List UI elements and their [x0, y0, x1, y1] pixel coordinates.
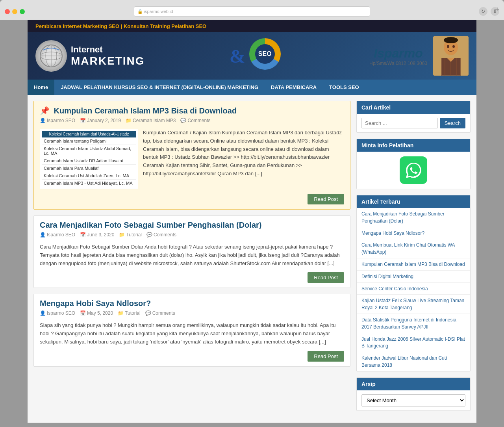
list-item: Data Statistik Pengguna Internet di Indo… — [357, 314, 470, 333]
list-item: Mengapa Hobi Saya Ndlosor? — [357, 227, 470, 239]
whatsapp-icon[interactable] — [400, 156, 427, 184]
recent-post-link[interactable]: Kajian Ustadz Felix Siauw Live Streaming… — [361, 298, 464, 310]
reload-button[interactable]: ↻ — [479, 7, 487, 16]
post-category: 📁 Tutorial — [118, 310, 141, 316]
logo-marketing: Marketing — [71, 55, 145, 67]
post-comments: 💬 Comments — [180, 118, 210, 123]
post-body: Koleksi Ceramah Islam dari Ustadz-Al-Ust… — [34, 129, 350, 194]
post-header: Cara Menjadikan Foto Sebagai Sumber Peng… — [34, 216, 350, 243]
calendar-icon: 📅 — [80, 310, 86, 316]
post-footer: Read Post — [34, 194, 350, 209]
list-item: Cara Menjadikan Foto Sebagai Sumber Peng… — [357, 208, 470, 227]
post-excerpt: Siapa sih yang tidak punya hobi ? Mungki… — [40, 321, 344, 346]
archive-select[interactable]: Select Month June 2020 May 2020 January … — [361, 394, 465, 407]
isparmo-branding: Isparmo Hp/Sms/Wa 0812 108 3060 — [369, 46, 427, 66]
recent-post-link[interactable]: Mengapa Hobi Saya Ndlosor? — [361, 230, 424, 236]
post-footer: Read Post — [34, 272, 350, 288]
list-item: Jual Honda Jazz 2006 Silver Automatic I-… — [357, 333, 470, 353]
read-post-button[interactable]: Read Post — [308, 194, 344, 204]
recent-post-link[interactable]: Definisi Digital Marketing — [361, 274, 413, 279]
post-date: 📅 January 2, 2019 — [80, 118, 121, 123]
svg-point-14 — [452, 45, 455, 48]
list-item: Definisi Digital Marketing — [357, 271, 470, 283]
page-wrapper: Pembicara Internet Marketing SEO | Konsu… — [28, 20, 476, 423]
nav-data-pembicara[interactable]: DATA PEMBICARA — [265, 80, 323, 95]
post-author: 👤 Isparmo SEO — [40, 118, 75, 123]
post-header: 📌 Kumpulan Ceramah Islam MP3 Bisa di Dow… — [34, 101, 350, 129]
post-title[interactable]: Cara Menjadikan Foto Sebagai Sumber Peng… — [40, 221, 344, 230]
search-button[interactable]: Search — [440, 118, 465, 128]
browser-chrome: 🔒 isparmo.web.id ↻ ⬇ + — [0, 0, 504, 20]
archive-widget-title: Arsip — [357, 378, 470, 390]
author-icon: 👤 — [40, 310, 46, 316]
nav-home[interactable]: Home — [28, 80, 54, 95]
maximize-button[interactable] — [20, 9, 25, 14]
whatsapp-widget — [357, 152, 470, 189]
post-card: Mengapa Hobi Saya Ndlosor? 👤 Isparmo SEO… — [33, 294, 350, 366]
add-tab-button[interactable]: + — [495, 6, 499, 14]
content-area: 📌 Kumpulan Ceramah Islam MP3 Bisa di Dow… — [33, 101, 350, 417]
read-post-button[interactable]: Read Post — [308, 351, 344, 362]
post-category: 📁 Tutorial — [119, 232, 142, 238]
post-body: Cara Menjadikan Foto Sebagai Sumber Dola… — [34, 243, 350, 272]
logo-globe — [35, 40, 67, 72]
list-item: Kalender Jadwal Libur Nasional dan Cuti … — [357, 352, 470, 371]
post-excerpt: Kumpulan Ceramah / Kajian Islam Kumpulan… — [143, 129, 344, 189]
isparmo-name: Isparmo — [369, 46, 427, 61]
post-excerpt: Cara Menjadikan Foto Sebagai Sumber Dola… — [40, 243, 344, 267]
post-title[interactable]: 📌 Kumpulan Ceramah Islam MP3 Bisa di Dow… — [40, 106, 344, 115]
thumb-item: Ceramah Islam tentang Poligami — [42, 137, 136, 145]
recent-post-link[interactable]: Cara Membuat Link Kirim Chat Otomatis WA… — [361, 242, 455, 255]
seo-logo: SEO — [249, 38, 285, 74]
post-meta: 👤 Isparmo SEO 📅 January 2, 2019 📁 Cerama… — [40, 118, 344, 123]
post-comments: 💬 Comments — [146, 232, 176, 238]
search-widget-title: Cari Artikel — [357, 101, 470, 114]
minimize-button[interactable] — [12, 9, 17, 14]
post-body: Siapa sih yang tidak punya hobi ? Mungki… — [34, 321, 350, 351]
recent-posts-widget: Artikel Terbaru Cara Menjadikan Foto Seb… — [356, 195, 471, 371]
top-bar: Pembicara Internet Marketing SEO | Konsu… — [28, 20, 476, 32]
main-layout: 📌 Kumpulan Ceramah Islam MP3 Bisa di Dow… — [28, 95, 476, 423]
header-logo: Internet Marketing — [35, 40, 145, 72]
comment-icon: 💬 — [146, 232, 152, 238]
folder-icon: 📁 — [126, 118, 132, 123]
nav-jadwal[interactable]: JADWAL PELATIHAN KURSUS SEO & INTERNET (… — [54, 80, 265, 95]
list-item: Cara Membuat Link Kirim Chat Otomatis WA… — [357, 239, 470, 258]
post-card: 📌 Kumpulan Ceramah Islam MP3 Bisa di Dow… — [33, 101, 350, 210]
comment-icon: 💬 — [180, 118, 186, 123]
post-footer: Read Post — [34, 351, 350, 366]
address-bar[interactable]: 🔒 isparmo.web.id — [134, 6, 370, 17]
list-item: Service Center Casio Indonesia — [357, 283, 470, 295]
read-post-button[interactable]: Read Post — [308, 272, 344, 283]
folder-icon: 📁 — [119, 232, 125, 238]
svg-point-13 — [447, 45, 449, 48]
list-item: Kajian Ustadz Felix Siauw Live Streaming… — [357, 295, 470, 314]
post-header: Mengapa Hobi Saya Ndlosor? 👤 Isparmo SEO… — [34, 294, 350, 321]
top-bar-link[interactable]: Pembicara Internet Marketing SEO | Konsu… — [35, 23, 206, 29]
post-title[interactable]: Mengapa Hobi Saya Ndlosor? — [40, 299, 344, 308]
recent-post-link[interactable]: Jual Honda Jazz 2006 Silver Automatic I-… — [361, 336, 465, 349]
recent-post-link[interactable]: Kumpulan Ceramah Islam MP3 Bisa di Downl… — [361, 262, 465, 267]
recent-post-link[interactable]: Data Statistik Pengguna Internet di Indo… — [361, 317, 456, 330]
post-card: Cara Menjadikan Foto Sebagai Sumber Peng… — [33, 215, 350, 288]
recent-post-link[interactable]: Service Center Casio Indonesia — [361, 286, 428, 291]
header-right: Isparmo Hp/Sms/Wa 0812 108 3060 — [369, 36, 469, 76]
logo-text: Internet Marketing — [71, 45, 145, 67]
close-button[interactable] — [5, 9, 10, 14]
author-icon: 👤 — [40, 232, 46, 238]
list-item: Kumpulan Ceramah Islam MP3 Bisa di Downl… — [357, 258, 470, 271]
recent-post-link[interactable]: Kalender Jadwal Libur Nasional dan Cuti … — [361, 355, 447, 368]
thumb-item: Ceramah Islam Para Muallaf — [42, 165, 136, 172]
main-nav: Home JADWAL PELATIHAN KURSUS SEO & INTER… — [28, 80, 476, 95]
recent-post-link[interactable]: Cara Menjadikan Foto Sebagai Sumber Peng… — [361, 211, 445, 224]
avatar — [433, 36, 469, 76]
search-input[interactable] — [361, 118, 438, 128]
nav-tools-seo[interactable]: TOOLS SEO — [323, 80, 365, 95]
post-author: 👤 Isparmo SEO — [40, 310, 75, 316]
ampersand-symbol: & — [230, 45, 245, 67]
search-widget: Cari Artikel Search — [356, 101, 471, 133]
post-comments: 💬 Comments — [145, 310, 175, 316]
archive-widget: Arsip Select Month June 2020 May 2020 Ja… — [356, 377, 471, 411]
thumb-item: Koleksi Ceramah Islam Ustadz Abdul Somad… — [42, 145, 136, 157]
logo-internet: Internet — [71, 45, 145, 55]
